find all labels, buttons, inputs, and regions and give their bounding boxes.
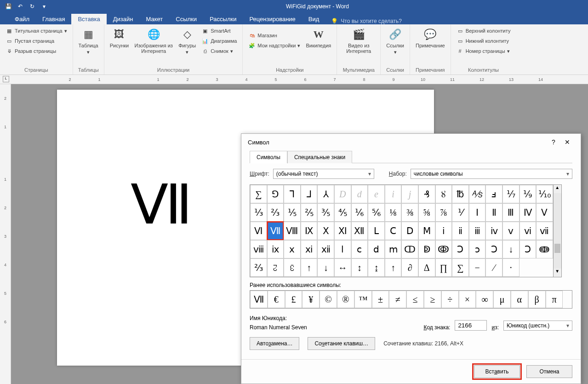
scroll-up-icon[interactable]: ▲ (554, 185, 561, 193)
symbol-cell[interactable]: ⅖ (301, 203, 318, 222)
symbol-cell[interactable]: ⅎ (485, 185, 502, 203)
symbol-cell[interactable]: ⅲ (469, 222, 486, 240)
symbol-cell[interactable]: ↕ (351, 258, 368, 277)
symbol-cell[interactable]: ↊ (267, 258, 284, 277)
symbol-cell[interactable]: ⅃ (301, 185, 318, 203)
save-icon[interactable]: 💾 (3, 1, 14, 12)
symbol-cell[interactable]: ⅱ (452, 222, 469, 240)
subset-select[interactable]: числовые символы▾ (411, 169, 572, 179)
symbol-cell[interactable]: D (334, 185, 351, 203)
symbol-cell[interactable]: Ⅿ (418, 222, 435, 240)
symbol-cell[interactable]: ⅷ (250, 240, 267, 258)
recent-symbol-cell[interactable]: α (511, 291, 528, 308)
tab-symbols[interactable]: Символы (250, 151, 287, 163)
symbol-cell[interactable]: ∕ (485, 258, 502, 277)
symbol-cell[interactable]: ↋ (284, 258, 301, 277)
symbol-cell[interactable]: Ⅴ (536, 203, 553, 222)
recent-symbol-cell[interactable]: € (268, 291, 285, 308)
ruler-vertical[interactable]: 21 123 456 (0, 84, 11, 384)
symbol-cell[interactable]: Ↄ (485, 240, 502, 258)
symbol-cell[interactable]: ⅵ (519, 222, 537, 240)
recent-symbol-cell[interactable]: ≤ (406, 291, 424, 308)
autocorrect-button[interactable]: Автозамена… (250, 337, 299, 350)
store-button[interactable]: 🛍Магазин (246, 31, 302, 40)
pictures-button[interactable]: 🖼Рисунки (108, 26, 131, 49)
symbol-cell[interactable]: e (368, 185, 385, 203)
symbol-cell[interactable]: ⅞ (435, 203, 452, 222)
symbol-cell[interactable]: Ⅰ (469, 203, 486, 222)
table-button[interactable]: ▦Таблица▾ (77, 26, 100, 56)
comment-button[interactable]: 💬Примечание (414, 26, 447, 49)
shapes-button[interactable]: ◇Фигуры▾ (177, 26, 198, 56)
recent-symbol-cell[interactable]: ® (337, 291, 354, 308)
recent-symbol-cell[interactable]: ™ (354, 291, 372, 308)
tab-file[interactable]: Файл (8, 14, 36, 24)
scroll-track[interactable] (554, 193, 561, 269)
screenshot-button[interactable]: ⎙Снимок▾ (200, 46, 239, 56)
recent-symbol-cell[interactable]: © (320, 291, 337, 308)
links-button[interactable]: 🔗Ссылки▾ (384, 26, 406, 56)
symbol-cell[interactable]: − (469, 258, 486, 277)
symbol-cell[interactable]: ⅹ (284, 240, 301, 258)
symbol-cell[interactable]: ⅳ (485, 222, 502, 240)
symbol-cell[interactable]: ₰ (418, 185, 435, 203)
symbol-cell[interactable]: ⅽ (351, 240, 368, 258)
symbol-cell[interactable]: Δ (418, 258, 435, 277)
symbol-cell[interactable]: ∂ (401, 258, 418, 277)
symbol-cell[interactable]: ⅄ (317, 185, 334, 203)
symbol-cell[interactable]: Ⅻ (351, 222, 368, 240)
symbol-cell[interactable]: ⅐ (502, 185, 519, 203)
symbol-cell[interactable]: Ⅾ (401, 222, 418, 240)
chart-button[interactable]: 📊Диаграмма (200, 36, 239, 46)
header-button[interactable]: ▭Верхний колонтиту (455, 26, 513, 35)
scroll-thumb[interactable] (554, 244, 560, 253)
symbol-cell[interactable]: Ⅷ (284, 222, 301, 240)
symbol-cell[interactable]: ⅟ (452, 203, 469, 222)
blank-page-button[interactable]: ▭Пустая страница (4, 36, 56, 46)
symbol-cell[interactable]: ⅍ (469, 185, 486, 203)
redo-icon[interactable]: ↻ (27, 1, 38, 12)
symbol-cell[interactable]: ⅑ (519, 185, 537, 203)
tab-references[interactable]: Ссылки (169, 14, 203, 24)
recent-symbol-cell[interactable]: ≥ (424, 291, 441, 308)
symbol-cell[interactable]: ⅻ (317, 240, 334, 258)
recent-symbol-cell[interactable]: ≠ (389, 291, 406, 308)
from-select[interactable]: Юникод (шестн.)▾ (503, 321, 572, 331)
insert-button[interactable]: Вставить (474, 365, 520, 378)
symbol-cell[interactable]: ∑ (452, 258, 469, 277)
tab-design[interactable]: Дизайн (107, 14, 140, 24)
symbol-cell[interactable]: d (351, 185, 368, 203)
online-pictures-button[interactable]: 🌐Изображения из Интернета (132, 26, 175, 55)
symbol-cell[interactable]: ↓ (317, 258, 334, 277)
tab-home[interactable]: Главная (36, 14, 71, 24)
symbol-cell[interactable]: Ⅲ (502, 203, 519, 222)
symbol-cell[interactable]: ⅒ (536, 185, 553, 203)
recent-symbol-cell[interactable]: ¥ (302, 291, 320, 308)
pagenum-button[interactable]: #Номер страницы▾ (455, 46, 512, 56)
tab-mailings[interactable]: Рассылки (203, 14, 243, 24)
symbol-cell[interactable]: ⅺ (301, 240, 318, 258)
symbol-cell[interactable]: · (502, 258, 519, 277)
ruler-horizontal[interactable]: L 211234567891011121314 (0, 75, 588, 84)
page-break-button[interactable]: ⤋Разрыв страницы (4, 46, 58, 56)
symbol-cell[interactable]: ⅿ (385, 240, 402, 258)
recent-symbol-cell[interactable]: ∞ (476, 291, 493, 308)
cover-page-button[interactable]: ▦Титульная страница▾ (4, 26, 69, 35)
symbol-cell[interactable]: i (385, 185, 402, 203)
symbol-cell[interactable]: ↄ (469, 240, 486, 258)
symbol-cell[interactable]: Ⅸ (301, 222, 318, 240)
recent-symbol-cell[interactable]: £ (285, 291, 303, 308)
recent-symbol-cell[interactable]: Ⅶ (250, 291, 268, 308)
tell-me[interactable]: 💡 Что вы хотите сделать? (325, 18, 407, 24)
symbol-cell[interactable]: ⅔ (267, 203, 284, 222)
symbol-cell[interactable]: ⅸ (267, 240, 284, 258)
symbol-cell[interactable]: ⅾ (368, 240, 385, 258)
symbol-cell[interactable]: Ↄ (452, 240, 469, 258)
document-text[interactable]: Ⅶ (131, 174, 192, 235)
symbol-cell[interactable]: Ⅹ (317, 222, 334, 240)
online-video-button[interactable]: 🎬Видео из Интернета (341, 26, 377, 55)
symbol-cell[interactable]: j (401, 185, 418, 203)
symbol-cell[interactable]: ⅔ (250, 258, 267, 277)
char-code-input[interactable] (455, 320, 487, 331)
symbol-cell[interactable]: ↑ (301, 258, 318, 277)
